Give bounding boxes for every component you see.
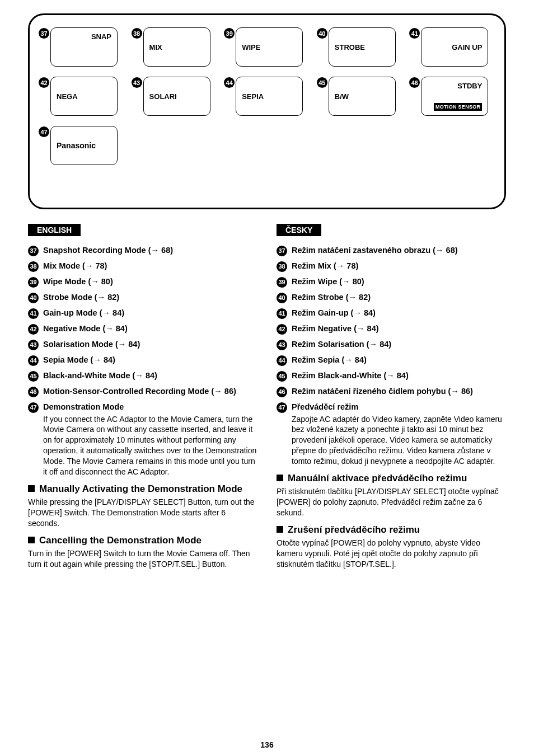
item-body: Gain-up Mode 84: [43, 308, 257, 319]
indicator-mid-label: GAIN UP: [452, 43, 482, 51]
list-item: 39Wipe Mode 80: [28, 276, 257, 288]
indicator-mid-label: SOLARI: [149, 92, 177, 101]
item-list: 37Snapshot Recording Mode 6838Mix Mode 7…: [28, 245, 257, 477]
item-title: Demonstration Mode: [43, 402, 124, 411]
item-title: Negative Mode: [43, 324, 100, 333]
sub-section-body: While pressing the [PLAY/DISPLAY SELECT]…: [28, 497, 257, 529]
callout-number: 39: [28, 277, 39, 288]
list-item: 41Režim Gain-up 84: [277, 308, 506, 319]
callout-number: 45: [28, 371, 39, 382]
square-bullet-icon: [277, 526, 283, 533]
page-ref: 84: [367, 340, 391, 349]
square-bullet-icon: [28, 537, 35, 543]
diagram-cell: 41GAIN UP: [409, 27, 495, 67]
item-body: Negative Mode 84: [43, 323, 257, 335]
item-title: Sepia Mode: [43, 355, 88, 364]
list-item: 44Režim Sepia 84: [277, 355, 506, 366]
item-body: Režim natáčení zastaveného obrazu 68: [292, 245, 506, 256]
list-item: 43Režim Solarisation 84: [277, 339, 506, 350]
content-columns: ENGLISH37Snapshot Recording Mode 6838Mix…: [28, 224, 506, 573]
callout-number: 37: [39, 28, 49, 39]
list-item: 42Negative Mode 84: [28, 323, 257, 335]
page-ref: 84: [341, 355, 366, 364]
indicator-mid-label: B/W: [335, 92, 349, 101]
indicator-top-label: SNAP: [57, 32, 111, 41]
item-title: Režim Wipe: [292, 277, 337, 286]
item-title: Režim Negative: [292, 324, 352, 333]
item-body: Režim Solarisation 84: [292, 339, 506, 350]
item-title: Předváděcí režim: [292, 402, 358, 411]
page-ref: 82: [346, 293, 371, 302]
item-body: Režim Negative 84: [292, 323, 506, 335]
sub-section: Manuální aktivace předváděcího režimuPři…: [277, 472, 506, 518]
sub-section-title: Zrušení předváděcího režimu: [277, 524, 506, 536]
callout-number: 42: [28, 324, 39, 335]
item-body: Režim Sepia 84: [292, 355, 506, 366]
callout-number: 44: [28, 355, 39, 366]
item-body: Wipe Mode 80: [43, 276, 257, 288]
list-item: 41Gain-up Mode 84: [28, 308, 257, 319]
item-body: Demonstration ModeIf you connect the AC …: [43, 402, 257, 477]
page-number: 136: [0, 740, 534, 749]
item-title: Režim natáčení zastaveného obrazu: [292, 246, 430, 255]
list-item: 47Demonstration ModeIf you connect the A…: [28, 402, 257, 477]
callout-number: 41: [28, 308, 39, 319]
callout-number: 47: [39, 126, 49, 137]
callout-number: 42: [277, 324, 287, 335]
page-ref: 84: [354, 324, 378, 333]
callout-number: 41: [277, 308, 287, 319]
list-item: 37Snapshot Recording Mode 68: [28, 245, 257, 256]
callout-number: 37: [277, 246, 287, 256]
item-description: If you connect the AC Adaptor to the Mov…: [43, 414, 257, 477]
page-ref: 86: [448, 387, 473, 396]
callout-number: 38: [132, 28, 142, 39]
indicator-box: SEPIA: [236, 77, 303, 116]
list-item: 40Strobe Mode 82: [28, 292, 257, 303]
sub-section-body: Turn in the [POWER] Switch to turn the M…: [28, 548, 257, 570]
callout-number: 38: [28, 261, 39, 272]
sub-section-title-text: Zrušení předváděcího režimu: [288, 524, 420, 536]
list-item: 46Režim natáčení řízeného čidlem pohybu …: [277, 386, 506, 397]
callout-number: 44: [224, 77, 235, 88]
indicator-box: Panasonic: [50, 126, 118, 165]
language-badge: ČESKY: [277, 224, 321, 236]
page-ref: 84: [91, 355, 115, 364]
language-badge: ENGLISH: [28, 224, 81, 236]
diagram-cell: 43SOLARI: [132, 77, 218, 116]
callout-number: 45: [277, 371, 287, 382]
item-body: Snapshot Recording Mode 68: [43, 245, 257, 256]
page-ref: 80: [88, 277, 113, 286]
diagram-row: 42NEGA43SOLARI44SEPIA45B/W46STDBYMOTION …: [39, 77, 495, 116]
callout-number: 47: [277, 402, 287, 413]
item-body: Režim Black-and-White 84: [292, 370, 506, 382]
item-body: Motion-Sensor-Controlled Recording Mode …: [43, 386, 257, 397]
page-ref: 84: [351, 308, 376, 317]
item-title: Motion-Sensor-Controlled Recording Mode: [43, 387, 209, 396]
diagram-cell: 40STROBE: [317, 27, 403, 67]
indicator-mid-label: WIPE: [242, 43, 260, 51]
item-body: Mix Mode 78: [43, 261, 257, 272]
diagram-frame: 37SNAP38MIX39WIPE40STROBE41GAIN UP42NEGA…: [28, 13, 506, 209]
list-item: 40Režim Strobe 82: [277, 292, 506, 303]
indicator-box: NEGA: [50, 77, 118, 116]
diagram-cell: 47Panasonic: [39, 126, 125, 165]
item-title: Režim Black-and-White: [292, 371, 381, 380]
callout-number: 42: [39, 77, 49, 88]
item-body: Režim Strobe 82: [292, 292, 506, 303]
callout-number: 44: [277, 355, 287, 366]
item-title: Wipe Mode: [43, 277, 86, 286]
page-ref: 78: [334, 261, 358, 270]
callout-number: 46: [409, 77, 420, 88]
indicator-mid-label: STROBE: [335, 43, 365, 51]
callout-number: 43: [277, 340, 287, 350]
item-title: Mix Mode: [43, 261, 80, 270]
indicator-box: STDBYMOTION SENSOR: [421, 77, 488, 116]
list-item: 44Sepia Mode 84: [28, 355, 257, 366]
diagram-cell: 38MIX: [132, 27, 218, 67]
page-ref: 84: [102, 324, 127, 333]
diagram-row: 37SNAP38MIX39WIPE40STROBE41GAIN UP: [39, 27, 495, 67]
sub-section: Zrušení předváděcího režimuOtočte vypína…: [277, 524, 506, 570]
sub-section-body: Při stisknutém tlačítku [PLAY/DISPLAY SE…: [277, 486, 506, 518]
indicator-box: WIPE: [236, 27, 303, 67]
brand-label: Panasonic: [57, 141, 96, 150]
